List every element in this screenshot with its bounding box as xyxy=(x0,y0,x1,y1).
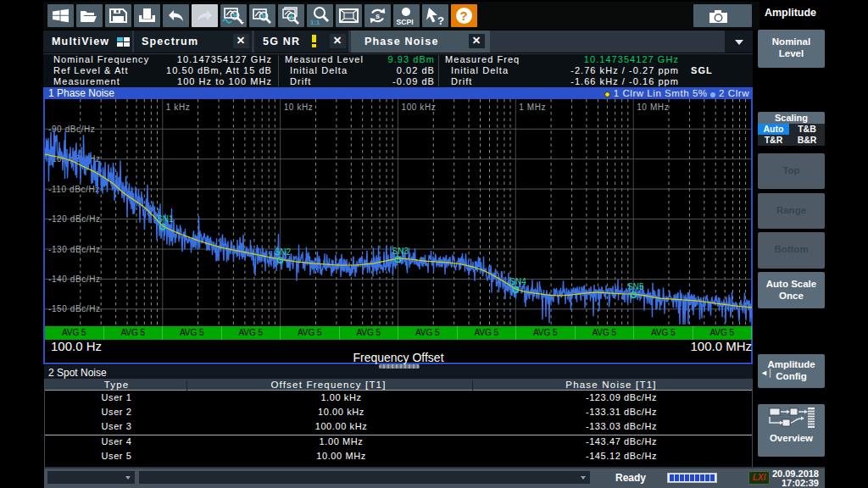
svg-text:-150 dBc/Hz: -150 dBc/Hz xyxy=(48,304,101,313)
svg-text:SN5: SN5 xyxy=(627,282,644,291)
svg-text:-110 dBc/Hz: -110 dBc/Hz xyxy=(48,185,100,194)
svg-text:10 MHz: 10 MHz xyxy=(637,103,669,112)
svg-text:1 kHz: 1 kHz xyxy=(166,103,191,112)
svg-text:SN3: SN3 xyxy=(392,247,409,256)
svg-text:SN2: SN2 xyxy=(275,247,292,257)
svg-text:-90 dBc/Hz: -90 dBc/Hz xyxy=(48,125,95,134)
svg-text:SN1: SN1 xyxy=(157,214,174,224)
svg-text:-120 dBc/Hz: -120 dBc/Hz xyxy=(48,214,101,224)
svg-text:SN4: SN4 xyxy=(509,277,526,286)
svg-text:-130 dBc/Hz: -130 dBc/Hz xyxy=(48,245,101,254)
svg-text:100 kHz: 100 kHz xyxy=(402,103,437,112)
svg-text:10 kHz: 10 kHz xyxy=(284,103,314,112)
svg-text:1 MHz: 1 MHz xyxy=(519,103,546,112)
svg-text:-140 dBc/Hz: -140 dBc/Hz xyxy=(48,274,101,284)
